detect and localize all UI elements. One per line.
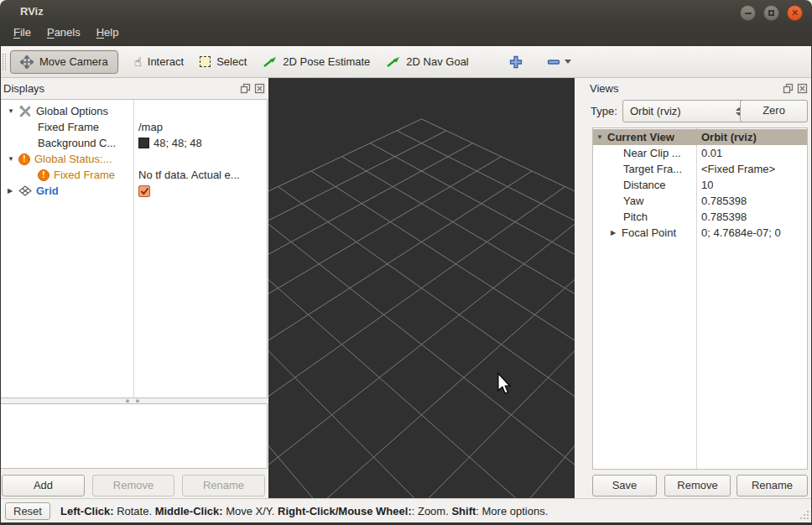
remove-view-button[interactable]: Remove: [664, 475, 731, 496]
mouse-cursor: [497, 372, 512, 395]
window-frame: [0, 46, 1, 525]
float-panel-icon[interactable]: [240, 83, 251, 94]
warning-icon: !: [38, 169, 49, 181]
display-row-global-status[interactable]: ▼ ! Global Status:...: [1, 151, 267, 167]
rename-view-button[interactable]: Rename: [737, 475, 808, 496]
menu-help[interactable]: Help: [96, 26, 119, 39]
expand-icon[interactable]: ▶: [8, 187, 18, 195]
collapse-icon[interactable]: ▼: [8, 155, 18, 163]
rename-display-button[interactable]: Rename: [182, 475, 265, 496]
close-panel-icon[interactable]: [797, 83, 808, 94]
display-row-grid[interactable]: ▶ Grid: [1, 183, 267, 199]
resize-grip-icon[interactable]: [799, 509, 809, 520]
grid-display-icon: [18, 185, 32, 196]
pitch-value[interactable]: 0.785398: [701, 211, 747, 223]
display-row-background-color[interactable]: Background C... 48; 48; 48: [1, 135, 267, 151]
displays-tree: ▼ Global Options Fixed Frame /map Back: [0, 99, 268, 398]
view-row-yaw[interactable]: Yaw 0.785398: [593, 193, 807, 209]
grid-svg: [268, 78, 575, 498]
menu-panels[interactable]: Panels: [47, 26, 81, 39]
views-panel: Views Type: Orbit (rviz): [575, 78, 812, 498]
toolbar-drag-handle[interactable]: [3, 54, 6, 70]
float-panel-icon[interactable]: [783, 83, 794, 94]
view-row-target-frame[interactable]: Target Fra... <Fixed Frame>: [593, 161, 807, 177]
expand-icon[interactable]: ▶: [611, 229, 622, 237]
view-row-near-clip[interactable]: Near Clip ... 0.01: [593, 145, 807, 161]
pose-estimate-tool[interactable]: 2D Pose Estimate: [263, 55, 370, 68]
check-icon: [140, 187, 149, 195]
save-view-button[interactable]: Save: [592, 475, 657, 496]
target-frame-value[interactable]: <Fixed Frame>: [701, 163, 775, 175]
remove-display-button[interactable]: Remove: [92, 475, 174, 496]
rviz-window: RViz ✕ File Panels Help Move Camera: [0, 0, 812, 525]
maximize-button[interactable]: [763, 5, 779, 21]
yaw-value[interactable]: 0.785398: [701, 195, 747, 207]
maximize-icon: [768, 10, 774, 16]
displays-panel-title: Displays: [3, 82, 44, 95]
focal-point-value[interactable]: 0; 4.7684e-07; 0: [701, 226, 781, 239]
background-color-value[interactable]: 48; 48; 48: [154, 137, 202, 149]
minimize-icon: [745, 13, 752, 14]
move-camera-icon: [20, 55, 34, 69]
view-row-pitch[interactable]: Pitch 0.785398: [593, 209, 807, 225]
fixed-frame-value[interactable]: /map: [138, 121, 163, 133]
nav-goal-tool[interactable]: 2D Nav Goal: [386, 55, 468, 68]
view-row-current-view[interactable]: ▼ Current View Orbit (rviz): [593, 129, 807, 145]
view-row-focal-point[interactable]: ▶ Focal Point 0; 4.7684e-07; 0: [593, 225, 807, 241]
remove-tool-button[interactable]: [547, 55, 571, 69]
view-type-combobox[interactable]: Orbit (rviz): [622, 100, 750, 122]
color-swatch[interactable]: [138, 138, 149, 148]
view-row-distance[interactable]: Distance 10: [593, 177, 807, 193]
minimize-button[interactable]: [740, 5, 756, 21]
display-row-status-fixed-frame[interactable]: ! Fixed Frame No tf data. Actual e...: [1, 167, 267, 183]
green-arrow-icon: [386, 56, 400, 68]
add-tool-button[interactable]: [509, 55, 523, 69]
close-icon: ✕: [791, 8, 799, 18]
statusbar: Reset Left-Click: Rotate. Middle-Click: …: [0, 498, 812, 522]
titlebar: RViz ✕ File Panels Help: [0, 0, 812, 46]
collapse-icon[interactable]: ▼: [8, 107, 18, 115]
pose-estimate-label: 2D Pose Estimate: [283, 55, 370, 68]
main-area: Displays: [0, 78, 812, 498]
nav-goal-label: 2D Nav Goal: [406, 55, 468, 68]
window-title: RViz: [20, 5, 44, 18]
move-camera-button[interactable]: Move Camera: [10, 50, 118, 74]
display-description-box: [0, 403, 268, 469]
distance-value[interactable]: 10: [701, 179, 713, 191]
select-tool[interactable]: Select: [200, 55, 247, 68]
green-arrow-icon: [263, 56, 277, 68]
toolbar: Move Camera ☝ Interact Select 2D Pose Es…: [0, 46, 812, 78]
interact-tool[interactable]: ☝ Interact: [134, 55, 185, 68]
zero-button[interactable]: Zero: [740, 100, 808, 122]
plus-icon: [509, 55, 523, 69]
close-panel-icon[interactable]: [254, 83, 265, 94]
reset-button[interactable]: Reset: [5, 502, 50, 520]
display-row-fixed-frame[interactable]: Fixed Frame /map: [1, 119, 267, 135]
view-type-value: Orbit (rviz): [630, 105, 681, 117]
near-clip-value[interactable]: 0.01: [701, 147, 722, 159]
move-camera-label: Move Camera: [39, 55, 108, 68]
select-label: Select: [216, 55, 247, 68]
warning-icon: !: [18, 153, 30, 165]
collapse-icon[interactable]: ▼: [596, 133, 607, 141]
hand-pointer-icon: ☝: [134, 55, 142, 68]
views-panel-title: Views: [590, 82, 618, 95]
interact-label: Interact: [148, 55, 184, 68]
add-display-button[interactable]: Add: [2, 475, 85, 496]
menubar: File Panels Help: [13, 26, 118, 39]
chevron-down-icon[interactable]: [565, 60, 571, 64]
mouse-hints: Left-Click: Rotate. Middle-Click: Move X…: [60, 505, 548, 517]
close-button[interactable]: ✕: [787, 5, 803, 21]
view-type-label: Type:: [591, 105, 617, 117]
menu-file[interactable]: File: [13, 26, 31, 39]
select-region-icon: [200, 56, 211, 67]
grid-enabled-checkbox[interactable]: [138, 185, 150, 197]
display-row-global-options[interactable]: ▼ Global Options: [1, 103, 267, 119]
tools-icon: [18, 105, 32, 117]
minus-icon: [547, 55, 560, 69]
render-viewport[interactable]: [268, 78, 575, 498]
views-tree: ▼ Current View Orbit (rviz) Near Clip ..…: [592, 127, 808, 470]
